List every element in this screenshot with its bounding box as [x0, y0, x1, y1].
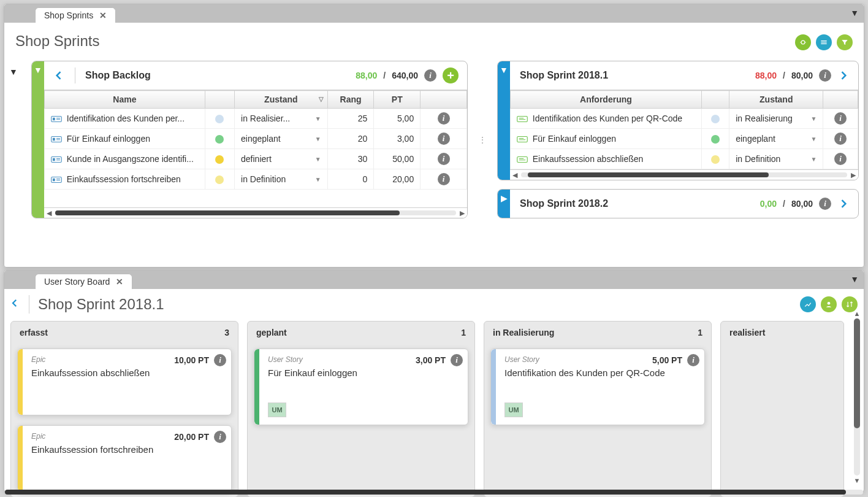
info-icon[interactable]: i [438, 133, 450, 145]
info-icon[interactable]: i [819, 69, 831, 82]
sort-icon[interactable]: ▽ [319, 96, 324, 102]
col-rank[interactable]: Rang [327, 91, 374, 109]
chevron-right-icon[interactable] [837, 69, 850, 82]
chevron-right-icon[interactable] [837, 198, 850, 210]
add-button[interactable]: + [443, 67, 459, 83]
collapse-panel-icon[interactable]: ▼ [850, 8, 859, 18]
chevron-down-icon[interactable]: ▼ [810, 136, 817, 142]
chevron-left-icon[interactable] [53, 69, 65, 82]
table-row[interactable]: Identifikation des Kunden per...in Reali… [45, 109, 467, 129]
info-icon[interactable]: i [834, 133, 847, 145]
pt-value: 5,00 [374, 109, 421, 129]
state-dropdown[interactable]: in Definition▼ [241, 174, 321, 184]
card-title: Für Einkauf einloggen [268, 368, 460, 378]
avatar[interactable]: UM [268, 403, 286, 417]
table-row[interactable]: Für Einkauf einloggeneingeplant▼203,00i [45, 129, 467, 149]
sprint-colorbar[interactable]: ▶ [498, 190, 510, 218]
info-icon[interactable]: i [214, 431, 226, 443]
info-icon[interactable]: i [834, 153, 847, 165]
state-dropdown[interactable]: in Realisier...▼ [241, 114, 321, 123]
info-icon[interactable]: i [438, 173, 450, 185]
scroll-right-icon[interactable]: ▶ [460, 209, 465, 217]
pt-value: 50,00 [374, 149, 421, 169]
board-card[interactable]: User Story5,00 PTiIdentifikation des Kun… [490, 349, 705, 425]
rank-value: 25 [327, 109, 374, 129]
svg-rect-2 [53, 118, 55, 121]
drag-separator-icon[interactable]: ⋮ [475, 61, 490, 218]
action-icon-2[interactable] [816, 34, 832, 50]
state-dropdown[interactable]: in Definition▼ [736, 154, 817, 164]
scroll-left-icon[interactable]: ◀ [512, 171, 517, 179]
chevron-down-icon[interactable]: ▼ [810, 156, 817, 163]
close-icon[interactable]: ✕ [116, 277, 123, 287]
state-value: in Realisier... [241, 114, 290, 123]
chevron-left-icon[interactable] [9, 298, 20, 312]
info-icon[interactable]: i [424, 69, 436, 82]
scroll-down-icon[interactable]: ▼ [854, 477, 861, 484]
board-card[interactable]: Epic20,00 PTiEinkaufssession fortschreib… [17, 425, 232, 492]
col-pt[interactable]: PT [374, 91, 421, 109]
scroll-left-icon[interactable]: ◀ [47, 209, 51, 217]
board-card[interactable]: User Story3,00 PTiFür Einkauf einloggenU… [254, 349, 468, 425]
sprint-colorbar[interactable]: ▼ [498, 61, 510, 180]
collapse-panel-icon[interactable]: ▼ [850, 274, 859, 284]
col-anforderung[interactable]: Anforderung [511, 91, 702, 109]
action-icon-1[interactable] [795, 34, 811, 50]
collapse-backlog-icon[interactable]: ▼ [9, 67, 18, 77]
board-tabstrip: User Story Board ✕ ▼ [4, 271, 864, 289]
info-icon[interactable]: i [214, 354, 226, 366]
scroll-up-icon[interactable]: ▲ [854, 310, 861, 317]
chevron-down-icon[interactable]: ▼ [315, 136, 321, 142]
state-dropdown[interactable]: in Realisierung▼ [736, 114, 817, 123]
svg-rect-10 [517, 137, 528, 142]
col-dot[interactable] [205, 91, 234, 109]
board-card[interactable]: Epic10,00 PTiEinkaufssession abschließen [17, 349, 232, 415]
state-dropdown[interactable]: eingeplant▼ [736, 134, 817, 144]
col-name[interactable]: Name [45, 91, 205, 109]
col-state[interactable]: Zustand▽ [235, 91, 328, 109]
page-hscroll[interactable] [5, 488, 863, 496]
state-dropdown[interactable]: eingeplant▼ [241, 134, 321, 144]
status-dot-icon [215, 115, 224, 123]
info-icon[interactable]: i [819, 198, 831, 210]
sprint-hscroll[interactable]: ◀▶ [510, 169, 858, 180]
backlog-colorbar[interactable]: ▼ [32, 61, 44, 218]
rank-value: 0 [327, 169, 374, 190]
table-row[interactable]: Kunde in Ausgangszone identifi...definie… [45, 149, 467, 169]
info-icon[interactable]: i [451, 354, 463, 366]
tab-shop-sprints[interactable]: Shop Sprints ✕ [35, 7, 116, 23]
board-vscroll[interactable]: ▲ ▼ [853, 309, 861, 485]
col-info[interactable] [421, 91, 467, 109]
table-row[interactable]: Für Einkauf einloggeneingeplant▼i [511, 129, 858, 149]
info-icon[interactable]: i [438, 112, 450, 125]
chevron-down-icon[interactable]: ▼ [810, 115, 817, 122]
svg-rect-4 [53, 138, 55, 141]
status-dot-icon [215, 155, 224, 164]
info-icon[interactable]: i [687, 354, 699, 366]
board-action-icon-1[interactable] [800, 296, 816, 312]
tab-user-story-board[interactable]: User Story Board ✕ [35, 274, 132, 289]
col-dot[interactable] [701, 91, 729, 109]
close-icon[interactable]: ✕ [99, 10, 107, 20]
table-row[interactable]: Einkaufssession abschließenin Definition… [511, 149, 858, 169]
chevron-down-icon[interactable]: ▼ [315, 115, 321, 122]
svg-rect-11 [517, 157, 528, 163]
chevron-down-icon[interactable]: ▼ [315, 176, 321, 183]
card-pt: 5,00 PT [652, 355, 682, 365]
backlog-hscroll[interactable]: ◀ ▶ [44, 207, 467, 218]
avatar[interactable]: UM [504, 403, 523, 417]
table-row[interactable]: Identifikation des Kunden per QR-Codein … [511, 109, 858, 129]
info-icon[interactable]: i [834, 112, 847, 125]
col-info[interactable] [823, 91, 858, 109]
state-dropdown[interactable]: definiert▼ [241, 154, 321, 164]
filter-icon[interactable] [837, 34, 853, 50]
scroll-right-icon[interactable]: ▶ [851, 171, 856, 179]
table-row[interactable]: Einkaufssession fortschreibenin Definiti… [45, 169, 467, 190]
board-action-icon-2[interactable] [821, 296, 837, 312]
sprints-actions [795, 34, 853, 50]
col-state[interactable]: Zustand [729, 91, 823, 109]
requirement-icon [51, 115, 62, 123]
sprint-capacity: 88,00/80,00i [755, 69, 850, 82]
chevron-down-icon[interactable]: ▼ [315, 156, 321, 163]
info-icon[interactable]: i [438, 153, 450, 165]
